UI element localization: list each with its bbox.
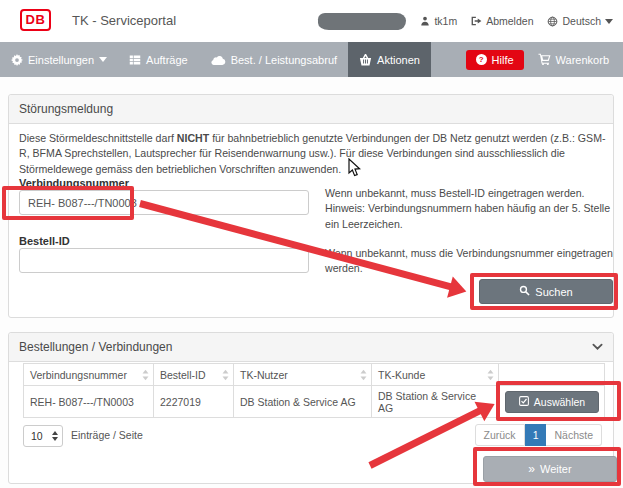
nav-item-auftraege[interactable]: Aufträge — [118, 42, 199, 77]
next-step-button-label: Weiter — [540, 463, 572, 475]
verbindungsnummer-label: Verbindungsnummer — [19, 177, 129, 189]
page-size-value: 10 — [31, 430, 43, 442]
cell-tk-nutzer: DB Station & Service AG — [234, 386, 372, 418]
next-step-button[interactable]: » Weiter — [483, 456, 617, 482]
question-circle-icon: ? — [476, 54, 487, 65]
stoerungsmeldung-panel-header: Störungsmeldung — [9, 95, 613, 124]
nav-item-aktionen[interactable]: Aktionen — [348, 42, 431, 77]
caret-down-icon — [605, 19, 613, 24]
nav-item-einstellungen[interactable]: Einstellungen — [0, 42, 118, 77]
stoerungsmeldung-panel: Störungsmeldung Diese Störmeldeschnittst… — [8, 94, 614, 318]
nav-label: Aufträge — [146, 54, 188, 66]
panel-title: Störungsmeldung — [19, 102, 113, 116]
check-square-icon — [519, 396, 529, 408]
table-row: REH- B087---/TN0003 2227019 DB Station &… — [24, 386, 605, 418]
cart-icon — [538, 53, 551, 67]
cell-tk-kunde: DB Station & Service AG — [372, 386, 499, 418]
stoerung-notice-text: Diese Störmeldeschnittstelle darf NICHT … — [19, 131, 609, 177]
chevron-down-icon[interactable] — [592, 343, 603, 351]
gear-icon — [11, 54, 23, 66]
double-chevron-right-icon: » — [528, 463, 535, 475]
page-size-stepper[interactable]: 10 — [23, 425, 63, 447]
nav-item-warenkorb[interactable]: Warenkorb — [524, 42, 623, 77]
sort-icon — [487, 369, 494, 380]
results-table: Verbindungsnummer Bestell-ID TK-Nutzer T… — [23, 363, 605, 418]
search-button[interactable]: Suchen — [479, 279, 613, 304]
db-logo: DB — [20, 9, 51, 31]
redacted-area — [318, 13, 406, 30]
tk-serviceportal-window: DB TK - Serviceportal tk1m Abmelden Deut… — [0, 0, 623, 488]
help-label: Hilfe — [492, 54, 514, 66]
column-header-bestell-id[interactable]: Bestell-ID — [154, 364, 234, 386]
nav-label: Best. / Leistungsabruf — [231, 54, 337, 66]
cell-verbindungsnummer: REH- B087---/TN0003 — [24, 386, 154, 418]
sort-icon — [142, 369, 149, 380]
page-title: TK - Serviceportal — [72, 13, 176, 28]
user-name: tk1m — [434, 15, 457, 27]
column-header-tk-kunde[interactable]: TK-Kunde — [372, 364, 499, 386]
cart-label: Warenkorb — [556, 54, 609, 66]
caret-down-icon — [99, 57, 107, 62]
bestell-id-input[interactable] — [19, 248, 309, 273]
pagination-prev[interactable]: Zurück — [475, 424, 525, 446]
search-icon — [519, 285, 530, 298]
pagination: Zurück 1 Nächste — [475, 424, 602, 446]
globe-icon — [547, 16, 558, 27]
table-header-row: Verbindungsnummer Bestell-ID TK-Nutzer T… — [24, 364, 605, 386]
help-button[interactable]: ? Hilfe — [466, 50, 524, 70]
verbindungsnummer-hint: Wenn unbekannt, muss Bestell-ID eingetra… — [325, 186, 617, 232]
logout-label: Abmelden — [486, 15, 533, 27]
panel-title: Bestellungen / Verbindungen — [19, 340, 172, 354]
bestellungen-panel: Bestellungen / Verbindungen Verbindungsn… — [8, 332, 614, 484]
topbar: DB TK - Serviceportal tk1m Abmelden Deut… — [0, 0, 623, 42]
sort-icon — [222, 369, 229, 380]
bestell-id-label: Bestell-ID — [19, 235, 70, 247]
language-dropdown[interactable]: Deutsch — [547, 15, 613, 27]
user-icon — [420, 16, 430, 26]
nav-label: Einstellungen — [28, 54, 94, 66]
bestell-id-hint: Wenn unbekannt, muss die Verbindungsnumm… — [325, 246, 617, 277]
column-header-tk-nutzer[interactable]: TK-Nutzer — [234, 364, 372, 386]
logout-link[interactable]: Abmelden — [471, 15, 533, 27]
cell-bestell-id: 2227019 — [154, 386, 234, 418]
pagination-next[interactable]: Nächste — [546, 424, 602, 446]
column-header-verbindungsnummer[interactable]: Verbindungsnummer — [24, 364, 154, 386]
pagination-page-1[interactable]: 1 — [525, 424, 547, 446]
list-icon — [129, 54, 141, 66]
cell-actions: Auswählen — [499, 386, 605, 418]
language-label: Deutsch — [562, 15, 601, 27]
nav-item-best-leistungsabruf[interactable]: Best. / Leistungsabruf — [199, 42, 348, 77]
search-button-label: Suchen — [535, 286, 572, 298]
cloud-icon — [210, 54, 226, 65]
verbindungsnummer-input[interactable] — [19, 190, 309, 215]
select-button-label: Auswählen — [534, 396, 585, 408]
sign-out-icon — [471, 16, 482, 26]
topbar-right: tk1m Abmelden Deutsch — [318, 0, 613, 42]
basket-icon — [359, 54, 372, 66]
main-navbar: Einstellungen Aufträge Best. / Leistungs… — [0, 42, 623, 77]
user-menu[interactable]: tk1m — [420, 15, 457, 27]
bestellungen-panel-header[interactable]: Bestellungen / Verbindungen — [9, 333, 613, 362]
page-size-label: Einträge / Seite — [71, 429, 143, 441]
nav-label: Aktionen — [377, 54, 420, 66]
stepper-arrows-icon[interactable] — [52, 426, 58, 446]
sort-icon — [360, 369, 367, 380]
column-header-actions — [499, 364, 605, 386]
select-button[interactable]: Auswählen — [505, 391, 599, 413]
